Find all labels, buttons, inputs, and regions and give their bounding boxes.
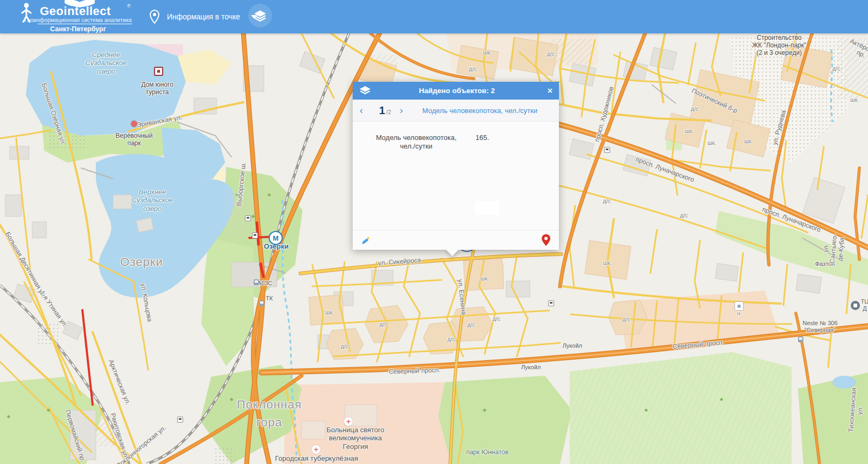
map-label: Дом юного туриста	[141, 81, 173, 96]
map-label: шк.	[685, 128, 694, 134]
attraction-icon	[131, 121, 137, 127]
metro-icon: М	[269, 231, 283, 245]
map-label: Арктическая ул.	[107, 358, 132, 406]
museum-icon	[154, 67, 163, 76]
app-header: Geointellect ® Геоинформационная система…	[0, 0, 868, 33]
image-placeholder	[475, 201, 499, 215]
map-label: шк.	[708, 139, 716, 146]
marker-button[interactable]	[540, 234, 552, 247]
fuel-icon	[254, 279, 259, 285]
results-popup: Найдено объектов: 2 × ‹ 1 /2 › Модель че…	[353, 82, 559, 250]
map-label: д/с	[622, 316, 630, 322]
map-label: Тихоокеанская ул.	[847, 388, 865, 433]
map-label: д/с	[469, 66, 477, 72]
map-label: ТЦ Д	[861, 298, 868, 312]
mall-icon	[851, 301, 860, 310]
map-label: шк.	[483, 49, 492, 55]
map-label: Северный просп.	[673, 339, 725, 350]
transit-stop-icon	[177, 417, 183, 423]
map-label: шк.	[480, 275, 489, 282]
location-pin-icon	[150, 10, 159, 24]
fuel-icon	[259, 300, 264, 306]
brand-subtitle: Геоинформационная система аналитика	[22, 17, 135, 23]
popup-body: Модель человекопотока, чел./сутки 165.	[353, 122, 559, 230]
fuel-icon	[798, 336, 803, 342]
map-label: Верёвочный парк	[116, 132, 153, 147]
map-label: д/с	[380, 321, 387, 327]
geointellect-app: М + + н Среднее Суздальское озероВерхнее…	[0, 0, 868, 464]
map-label: ул. Сикейроса	[378, 256, 421, 267]
hospital-icon: +	[312, 445, 320, 454]
map-pin-icon	[541, 234, 551, 247]
map-label: д/с	[680, 212, 688, 219]
attribute-label: Модель человекопотока, чел./сутки	[371, 133, 461, 230]
map-label: Большая Десятинная ул.	[4, 230, 48, 299]
map-label: Лукойл	[563, 342, 582, 349]
brand-logo: Geointellect ® Геоинформационная система…	[16, 0, 140, 33]
registered-mark: ®	[127, 3, 131, 9]
map-label: ул. Кольцова	[139, 283, 154, 322]
map-label: д/с	[493, 315, 500, 322]
map-label: Больница святого великомученика Георгия	[326, 426, 384, 451]
transit-stop-icon	[245, 215, 251, 221]
map-label: Большая Озёрная ул.	[40, 82, 68, 146]
map-label: ул. Сантьяго-де-Куба	[821, 230, 846, 266]
map-label: 1-я Утиная ул.	[38, 289, 69, 328]
map-label: Верхнее Суздальское озеро	[131, 188, 173, 213]
map-label: Озерки	[120, 253, 163, 271]
map-label: ТК	[265, 295, 272, 302]
map-label: Актёрский пр.	[845, 37, 868, 64]
layer-link[interactable]: Модель человекопотока, чел./сутки	[422, 107, 537, 115]
map-label: просп. Художников	[593, 86, 615, 143]
map-label: д/с	[467, 321, 475, 328]
layers-icon	[359, 86, 371, 96]
transit-stop-icon	[604, 147, 610, 153]
hospital-icon: +	[344, 417, 353, 426]
popup-header: Найдено объектов: 2 ×	[353, 82, 559, 100]
brand-city: Санкт-Петербург	[22, 25, 135, 33]
map-label: д/с	[547, 51, 555, 57]
map-label: д/с	[691, 106, 698, 112]
layers-icon	[253, 9, 267, 23]
map-label: ул. Руднева	[771, 109, 788, 146]
map-label: шк.	[744, 138, 753, 144]
map-label: д/с	[447, 336, 455, 342]
next-page-button[interactable]: ›	[400, 106, 409, 115]
map-label: АГЗС	[257, 280, 272, 287]
map-label: Северный просп.	[389, 366, 440, 375]
attribute-value: 165.	[475, 133, 489, 230]
transit-stop-icon	[548, 300, 554, 306]
prev-page-button[interactable]: ‹	[360, 106, 369, 115]
map-label: Выборгское ш.	[235, 161, 248, 206]
brand-divider	[38, 24, 132, 24]
transit-stop-icon	[252, 233, 258, 238]
edit-button[interactable]	[359, 234, 372, 247]
pencil-icon	[361, 235, 371, 245]
map-label: Среднее Суздальское озеро	[85, 51, 127, 75]
map-label: д/с	[832, 65, 840, 72]
map-label: ул. Есенина	[456, 279, 467, 315]
map-label: Neste № 306 "Северная"	[802, 320, 837, 334]
map-label: шк.	[325, 309, 334, 315]
point-info-dropdown[interactable]: Информация в точке	[150, 0, 257, 33]
popup-title: Найдено объектов: 2	[371, 87, 543, 95]
map-label: д/с	[603, 198, 611, 204]
close-button[interactable]: ×	[543, 87, 552, 95]
map-label: шк.	[850, 96, 859, 103]
map-label: Лукойл	[521, 364, 541, 371]
map-label: Строительство ЖК "Лондон-парк" (2 и 3 оч…	[752, 34, 807, 57]
point-info-label: Информация в точке	[167, 12, 240, 21]
map-label: Эриванская ул.	[136, 114, 183, 129]
layers-button[interactable]	[248, 4, 272, 27]
map-label: шк.	[603, 259, 612, 266]
map-label: Поклонная гора	[237, 396, 302, 431]
map-label: д/с	[341, 343, 348, 349]
map-label: просп. Луначарского	[761, 206, 822, 234]
popup-footer	[353, 230, 559, 250]
map-label: н	[737, 310, 740, 317]
map-label: просп. Луначарского	[635, 156, 695, 184]
map-label: парк Юннатов	[466, 448, 509, 456]
map-label: Городская туберкулёзная	[275, 454, 358, 462]
popup-pager: ‹ 1 /2 › Модель человекопотока, чел./сут…	[353, 100, 559, 122]
hotel-icon: н	[734, 301, 744, 311]
